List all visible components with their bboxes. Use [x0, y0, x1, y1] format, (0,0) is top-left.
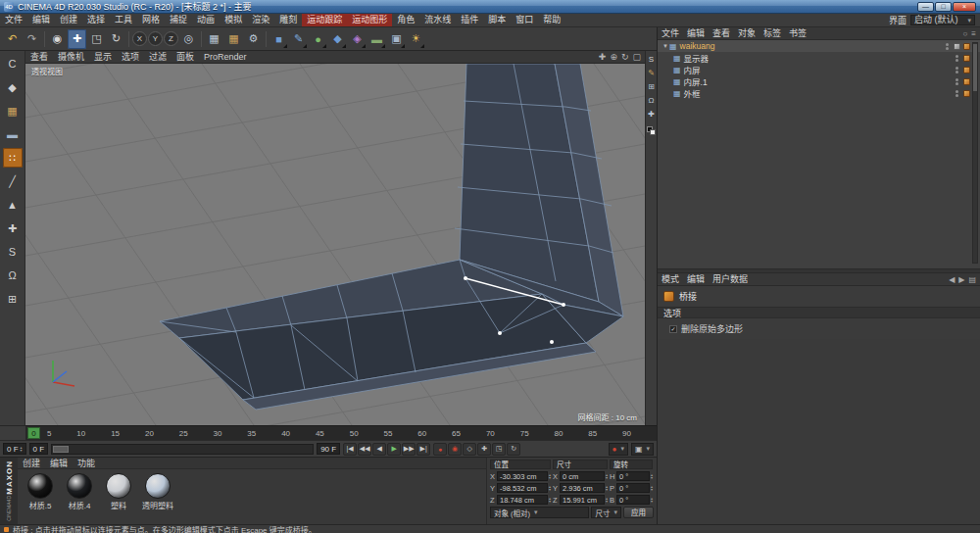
generators-menu[interactable]: ● [309, 29, 327, 49]
frame-tick[interactable]: 25 [179, 429, 188, 438]
object-row[interactable]: ▼ ▦ 显示器 [658, 52, 980, 64]
deformer-menu[interactable]: ◈ [348, 29, 367, 49]
prev-frame-button[interactable]: ◀ [372, 443, 386, 456]
current-frame-marker[interactable]: 0 [27, 427, 40, 439]
record-scale-button[interactable]: ◳ [492, 443, 506, 456]
menu-item[interactable]: 动画 [192, 14, 220, 26]
edges-mode-button[interactable]: ╱ [3, 171, 23, 191]
array-menu[interactable]: ◆ [328, 29, 347, 49]
uvw-tag-icon[interactable] [954, 43, 960, 50]
keying-settings-dropdown[interactable]: ● ▾ [609, 443, 628, 456]
material-preview[interactable] [27, 473, 53, 499]
menu-item[interactable]: 工具 [110, 14, 137, 26]
expand-arrow-icon[interactable]: ▼ [662, 43, 669, 49]
menu-item[interactable]: 捕捉 [165, 14, 192, 26]
object-manager-menu-item[interactable]: 标签 [760, 27, 785, 39]
frame-tick[interactable]: 60 [417, 429, 426, 438]
object-row[interactable]: ▼ ▦ 内屏 [658, 64, 980, 75]
render-view-button[interactable]: ▦ [205, 29, 223, 49]
phong-tag-icon[interactable] [963, 78, 970, 85]
attribute-menu-item[interactable]: 模式 [658, 273, 683, 285]
primitive-cube-menu[interactable]: ■ [270, 29, 288, 49]
toolbar-separator[interactable] [128, 31, 129, 47]
attribute-menu-item[interactable]: 用户数据 [709, 273, 752, 285]
field-stepper[interactable]: ▴▾ [606, 473, 608, 480]
position-field[interactable]: -98.532 cm [497, 483, 548, 493]
visibility-dots[interactable] [956, 90, 958, 97]
viewport-menu-item[interactable]: 显示 [89, 51, 117, 63]
field-stepper[interactable]: ▴▾ [606, 485, 608, 492]
maximize-button[interactable]: □ [935, 2, 952, 12]
frame-tick[interactable]: 65 [452, 429, 461, 438]
range-end-field[interactable]: 90 F [317, 443, 340, 455]
phong-tag-icon[interactable] [963, 90, 970, 97]
play-button[interactable]: ▶ [387, 443, 401, 456]
history-forward-icon[interactable]: ▶ [958, 275, 964, 284]
frame-tick[interactable]: 85 [588, 429, 597, 438]
render-picture-viewer-button[interactable]: ▦ [224, 29, 243, 49]
scrollbar-thumb[interactable] [973, 44, 977, 91]
menu-item[interactable]: 运动跟踪 [302, 14, 347, 26]
menu-item[interactable]: 文件 [0, 14, 27, 26]
frame-tick[interactable]: 45 [316, 429, 324, 438]
search-icon[interactable]: ○ [962, 29, 967, 38]
material-menu-item[interactable]: 编辑 [45, 457, 73, 469]
scale-tool[interactable]: ◳ [87, 29, 106, 49]
visibility-dots[interactable] [956, 67, 958, 73]
frame-tick[interactable]: 40 [281, 429, 290, 438]
current-frame-field[interactable]: 0 F ▴▾ [3, 443, 26, 455]
frame-stepper[interactable]: ▴▾ [21, 446, 23, 453]
apply-button[interactable]: 应用 [623, 507, 654, 518]
field-stepper[interactable]: ▴▾ [549, 473, 551, 480]
material-item[interactable]: 塑料 [102, 473, 135, 510]
position-field[interactable]: 18.748 cm [497, 495, 548, 505]
magnet-icon[interactable]: Ω [649, 96, 655, 105]
record-keyframe-button[interactable]: ● [433, 443, 447, 456]
frame-tick[interactable]: 15 [111, 429, 120, 438]
material-preview[interactable] [106, 473, 131, 499]
am-options-icon[interactable]: ▤ [968, 275, 976, 284]
render-settings-button[interactable]: ⚙ [244, 29, 263, 49]
frame-tick[interactable]: 90 [622, 429, 631, 438]
object-name[interactable]: 显示器 [684, 52, 710, 64]
make-editable-button[interactable]: C [3, 54, 23, 73]
object-manager-menu-item[interactable]: 对象 [734, 27, 760, 39]
camera-menu[interactable]: ▣ [387, 29, 406, 49]
object-name[interactable]: 内屏.1 [684, 75, 708, 87]
axis-lock-icon[interactable]: ✚ [648, 110, 655, 119]
goto-end-button[interactable]: ▶| [416, 443, 430, 456]
object-name[interactable]: 内屏 [684, 64, 701, 75]
playback-settings-dropdown[interactable]: ▣ ▾ [631, 443, 654, 456]
material-item[interactable]: 透明塑料 [141, 473, 174, 510]
field-stepper[interactable]: ▴▾ [549, 485, 551, 492]
scene-3d[interactable] [25, 64, 645, 425]
fg-bg-color-swatch[interactable] [647, 126, 656, 135]
frame-tick[interactable]: 5 [47, 429, 51, 438]
phong-tag-icon[interactable] [963, 43, 970, 50]
rotation-field[interactable]: 0 ° [616, 495, 650, 505]
frame-tick[interactable]: 80 [555, 429, 564, 438]
live-selection-tool[interactable]: ◉ [48, 29, 67, 49]
pan-view-icon[interactable]: ✚ [599, 52, 607, 62]
transform-mode-select[interactable]: 对象 (相对)▾ [490, 507, 589, 518]
undo-button[interactable]: ↶ [3, 29, 22, 49]
close-button[interactable]: × [953, 2, 976, 12]
object-manager-menu-item[interactable]: 编辑 [683, 27, 709, 39]
size-field[interactable]: 2.936 cm [560, 483, 605, 493]
record-position-button[interactable]: ✚ [477, 443, 491, 456]
viewport-menu-item[interactable]: ProRender [199, 51, 252, 63]
material-menu-item[interactable]: 创建 [18, 457, 45, 469]
move-tool[interactable]: ✚ [68, 29, 86, 49]
object-name[interactable]: 外框 [684, 87, 701, 99]
object-manager-scrollbar[interactable] [972, 42, 978, 264]
menu-item[interactable]: 创建 [55, 14, 82, 26]
object-manager-menu-item[interactable]: 书签 [785, 27, 810, 39]
frame-tick[interactable]: 75 [520, 429, 529, 438]
size-field[interactable]: 0 cm [560, 471, 605, 481]
object-name[interactable]: waikuang [680, 41, 715, 51]
menu-item[interactable]: 渲染 [247, 14, 274, 26]
viewport-canvas[interactable]: 透视视图 网格间距 : 10 cm [25, 64, 645, 425]
range-start-field[interactable]: 0 F [29, 443, 49, 455]
frame-tick[interactable]: 30 [214, 429, 222, 438]
object-row[interactable]: ▼ ▦ 外框 [658, 87, 980, 99]
